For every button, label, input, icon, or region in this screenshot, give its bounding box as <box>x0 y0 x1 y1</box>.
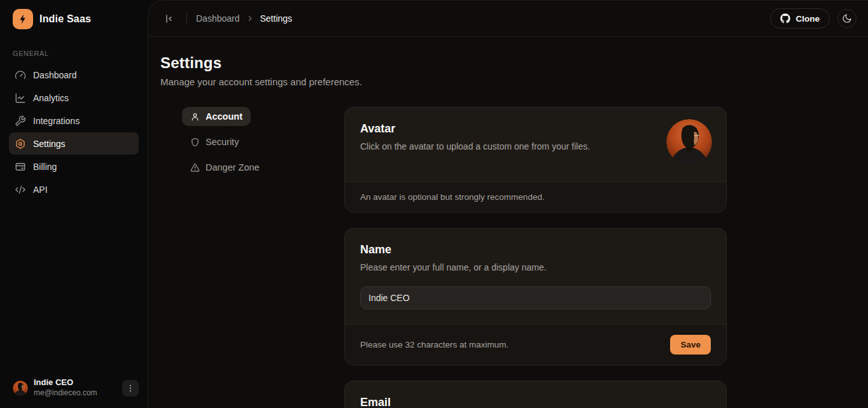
user-meta: Indie CEO me@indieceo.com <box>34 378 116 398</box>
credit-card-icon <box>15 161 26 172</box>
sidebar-item-integrations[interactable]: Integrations <box>9 109 139 132</box>
avatar-card-title: Avatar <box>360 122 711 136</box>
sidebar-user: Indie CEO me@indieceo.com <box>0 370 148 408</box>
name-card-footer-text: Please use 32 characters at maximum. <box>360 340 508 349</box>
sidebar-item-label: Settings <box>33 139 66 149</box>
avatar-card: Avatar Click on the avatar to upload a c… <box>344 107 727 213</box>
chevron-right-icon <box>246 14 255 23</box>
sidebar-item-billing[interactable]: Billing <box>9 155 139 178</box>
topbar-divider <box>186 13 187 24</box>
ellipsis-vertical-icon <box>126 384 135 393</box>
name-input[interactable] <box>360 286 711 309</box>
sidebar-item-label: Billing <box>33 162 57 172</box>
panel-collapse-icon <box>164 13 174 24</box>
user-avatar[interactable] <box>13 381 28 396</box>
user-name: Indie CEO <box>34 378 116 388</box>
breadcrumb: Dashboard Settings <box>196 13 292 24</box>
name-card-description: Please enter your full name, or a displa… <box>360 262 711 272</box>
tab-label: Security <box>206 137 239 147</box>
code-icon <box>15 184 26 195</box>
sidebar-item-analytics[interactable]: Analytics <box>9 87 139 109</box>
sidebar-collapse-button[interactable] <box>160 10 178 27</box>
app-root: Indie Saas GENERAL Dashboard Analytics I… <box>0 0 868 408</box>
save-button[interactable]: Save <box>670 335 711 355</box>
brand-name: Indie Saas <box>39 13 91 25</box>
breadcrumb-settings: Settings <box>260 13 293 24</box>
sidebar-item-label: Analytics <box>33 93 69 103</box>
settings-tabs: Account Security Danger Zone <box>182 107 344 408</box>
tab-account[interactable]: Account <box>182 107 251 126</box>
sidebar: Indie Saas GENERAL Dashboard Analytics I… <box>0 0 148 408</box>
topbar-actions: Clone <box>770 8 857 29</box>
email-card: Email <box>344 381 727 408</box>
tab-label: Account <box>206 111 242 122</box>
tab-label: Danger Zone <box>206 162 260 172</box>
avatar-card-description: Click on the avatar to upload a custom o… <box>360 141 711 151</box>
brand[interactable]: Indie Saas <box>0 0 148 37</box>
github-icon <box>780 13 790 24</box>
clone-button[interactable]: Clone <box>770 8 830 29</box>
sidebar-item-api[interactable]: API <box>9 178 139 200</box>
user-icon <box>190 112 200 122</box>
name-card: Name Please enter your full name, or a d… <box>344 228 727 365</box>
sidebar-nav: Dashboard Analytics Integrations Setting… <box>0 64 148 200</box>
tab-danger-zone[interactable]: Danger Zone <box>182 158 268 177</box>
alert-triangle-icon <box>190 163 200 172</box>
chart-line-icon <box>15 92 26 104</box>
page-title: Settings <box>160 54 856 72</box>
gauge-icon <box>15 69 26 81</box>
avatar-card-footer-text: An avatar is optional but strongly recom… <box>360 192 545 202</box>
settings-cards: Avatar Click on the avatar to upload a c… <box>344 107 727 408</box>
sidebar-item-label: Integrations <box>33 116 80 126</box>
sidebar-section-label: GENERAL <box>0 37 148 64</box>
page-subtitle: Manage your account settings and prefere… <box>160 76 856 87</box>
user-menu-button[interactable] <box>122 380 139 397</box>
name-card-title: Name <box>360 243 711 257</box>
brand-logo-icon <box>13 9 33 29</box>
tools-icon <box>15 115 26 127</box>
user-email: me@indieceo.com <box>34 389 116 398</box>
main-panel: Dashboard Settings Clone Settings Manage… <box>148 0 868 408</box>
settings-hex-icon <box>15 138 26 150</box>
theme-toggle-button[interactable] <box>837 9 857 28</box>
breadcrumb-dashboard[interactable]: Dashboard <box>196 13 240 24</box>
moon-icon <box>842 13 852 24</box>
sidebar-item-label: API <box>33 185 48 195</box>
clone-button-label: Clone <box>795 14 820 24</box>
settings-page: Settings Manage your account settings an… <box>148 37 868 408</box>
sidebar-spacer <box>0 200 148 370</box>
shield-icon <box>190 137 200 147</box>
sidebar-item-dashboard[interactable]: Dashboard <box>9 64 139 86</box>
profile-avatar-upload[interactable] <box>666 119 712 165</box>
sidebar-item-settings[interactable]: Settings <box>9 132 139 155</box>
email-card-title: Email <box>360 396 711 408</box>
tab-security[interactable]: Security <box>182 132 247 151</box>
topbar: Dashboard Settings Clone <box>148 1 868 37</box>
sidebar-item-label: Dashboard <box>33 70 77 80</box>
